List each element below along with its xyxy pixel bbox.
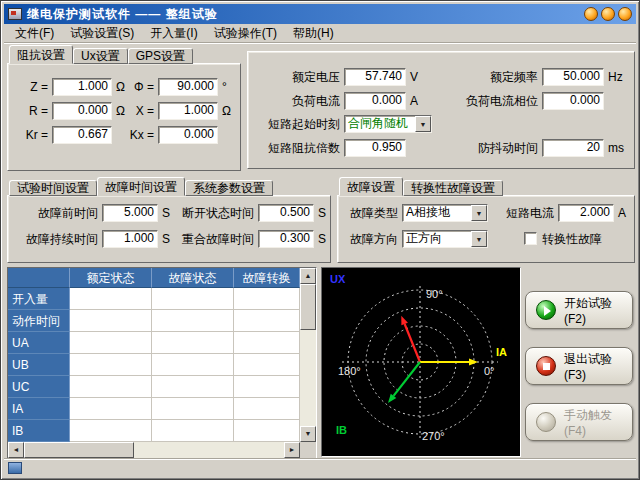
table-cell[interactable] xyxy=(234,420,300,442)
table-row: IB xyxy=(8,420,300,442)
menu-test-operation[interactable]: 试验操作(T) xyxy=(206,23,285,44)
load-current-field[interactable]: 0.000 xyxy=(344,92,406,110)
chevron-down-icon[interactable] xyxy=(471,231,487,247)
x-label: X = xyxy=(120,102,154,120)
menu-help[interactable]: 帮助(H) xyxy=(285,23,342,44)
reclose-fault-time-label: 重合故障时间 xyxy=(172,230,254,248)
window-title: 继电保护测试软件 —— 整组试验 xyxy=(27,6,218,23)
z-field[interactable]: 1.000 xyxy=(52,78,112,96)
table-cell[interactable] xyxy=(70,288,152,310)
polar-90-label: 90° xyxy=(426,288,443,300)
chevron-down-icon[interactable] xyxy=(471,205,487,221)
scroll-right-icon[interactable] xyxy=(284,442,300,458)
table-cell[interactable] xyxy=(70,354,152,376)
r-label: R = xyxy=(14,102,48,120)
x-field[interactable]: 1.000 xyxy=(158,102,218,120)
open-state-time-label: 断开状态时间 xyxy=(172,204,254,222)
fault-group: 故障类型 A相接地 短路电流 2.000 A 故障方向 正方向 转换性故障 xyxy=(337,195,635,263)
phasor-plot: UX 90° 180° 0° 270° IA IB xyxy=(321,267,521,457)
table-cell[interactable] xyxy=(70,398,152,420)
kr-label: Kr = xyxy=(14,126,48,144)
prefault-time-field[interactable]: 5.000 xyxy=(102,204,158,222)
debounce-time-field[interactable]: 20 xyxy=(542,139,604,157)
load-current-label: 负荷电流 xyxy=(252,92,340,110)
tab-gps-settings[interactable]: GPS设置 xyxy=(128,48,193,64)
short-circuit-current-field[interactable]: 2.000 xyxy=(558,204,614,222)
table-cell[interactable] xyxy=(234,398,300,420)
table-cell[interactable] xyxy=(70,310,152,332)
menu-file[interactable]: 文件(F) xyxy=(7,23,62,44)
fault-duration-field[interactable]: 1.000 xyxy=(102,230,158,248)
rated-frequency-field[interactable]: 50.000 xyxy=(542,68,604,86)
tab-convertible-fault-settings[interactable]: 转换性故障设置 xyxy=(403,180,503,196)
vertical-scrollbar[interactable] xyxy=(300,268,316,442)
short-circuit-start-combo[interactable]: 合闸角随机 xyxy=(344,115,432,133)
maximize-button[interactable] xyxy=(601,7,615,21)
tab-fault-settings[interactable]: 故障设置 xyxy=(339,177,403,196)
results-grid: 额定状态 故障状态 故障转换 开入量 动作时间 UA xyxy=(8,268,300,442)
convertible-fault-checkbox[interactable] xyxy=(524,232,537,245)
open-state-time-field[interactable]: 0.500 xyxy=(258,204,314,222)
tab-test-time-settings[interactable]: 试验时间设置 xyxy=(9,180,97,196)
horizontal-scroll-thumb[interactable] xyxy=(24,442,134,458)
row-header: IB xyxy=(8,420,70,442)
scrollbar-corner xyxy=(300,442,316,458)
table-cell[interactable] xyxy=(152,398,234,420)
menu-test-settings[interactable]: 试验设置(S) xyxy=(62,23,142,44)
table-cell[interactable] xyxy=(234,354,300,376)
fault-direction-combo[interactable]: 正方向 xyxy=(402,230,488,248)
horizontal-scrollbar[interactable] xyxy=(8,442,300,458)
kr-field[interactable]: 0.667 xyxy=(52,126,112,144)
table-cell[interactable] xyxy=(70,332,152,354)
r-field[interactable]: 0.000 xyxy=(52,102,112,120)
table-cell[interactable] xyxy=(152,310,234,332)
chevron-down-icon[interactable] xyxy=(415,116,431,132)
impedance-coefficient-field[interactable]: 0.950 xyxy=(344,139,406,157)
load-current-phase-field[interactable]: 0.000 xyxy=(542,92,604,110)
fault-type-combo[interactable]: A相接地 xyxy=(402,204,488,222)
fault-direction-value: 正方向 xyxy=(403,231,471,247)
table-cell[interactable] xyxy=(234,310,300,332)
table-cell[interactable] xyxy=(234,332,300,354)
tab-ux-settings[interactable]: Ux设置 xyxy=(73,48,128,64)
table-cell[interactable] xyxy=(70,420,152,442)
tab-system-parameter-settings[interactable]: 系统参数设置 xyxy=(185,180,273,196)
table-cell[interactable] xyxy=(234,288,300,310)
impedance-group: Z = 1.000 Ω Φ = 90.000 ° R = 0.000 Ω X =… xyxy=(7,63,241,171)
tab-impedance-settings[interactable]: 阻抗设置 xyxy=(9,45,73,64)
table-row: UA xyxy=(8,332,300,354)
phi-field[interactable]: 90.000 xyxy=(158,78,218,96)
time-tab-strip: 试验时间设置 故障时间设置 系统参数设置 xyxy=(9,177,273,196)
table-cell[interactable] xyxy=(234,376,300,398)
scroll-up-icon[interactable] xyxy=(300,268,316,284)
vertical-scroll-thumb[interactable] xyxy=(300,284,316,330)
start-test-button[interactable]: 开始试验(F2) xyxy=(525,291,633,329)
manual-trigger-icon xyxy=(536,412,556,432)
row-header: 动作时间 xyxy=(8,310,70,332)
load-current-phase-label: 负荷电流相位 xyxy=(426,92,538,110)
table-cell[interactable] xyxy=(70,376,152,398)
app-icon xyxy=(8,8,22,20)
table-cell[interactable] xyxy=(152,376,234,398)
impedance-tab-strip: 阻抗设置 Ux设置 GPS设置 xyxy=(9,45,193,64)
debounce-time-unit: ms xyxy=(608,139,624,157)
reclose-fault-time-field[interactable]: 0.300 xyxy=(258,230,314,248)
table-cell[interactable] xyxy=(152,288,234,310)
menu-digital-input[interactable]: 开入量(I) xyxy=(142,23,205,44)
close-button[interactable] xyxy=(618,7,632,21)
fault-duration-unit: S xyxy=(162,230,170,248)
table-cell[interactable] xyxy=(152,332,234,354)
window-controls xyxy=(584,7,632,21)
minimize-button[interactable] xyxy=(584,7,598,21)
table-cell[interactable] xyxy=(152,354,234,376)
header-corner-cell xyxy=(8,268,70,288)
scroll-down-icon[interactable] xyxy=(300,426,316,442)
scroll-left-icon[interactable] xyxy=(8,442,24,458)
fault-type-value: A相接地 xyxy=(403,205,471,221)
exit-test-button[interactable]: 退出试验(F3) xyxy=(525,347,633,385)
kx-field[interactable]: 0.000 xyxy=(158,126,218,144)
tab-fault-time-settings[interactable]: 故障时间设置 xyxy=(97,177,185,196)
table-cell[interactable] xyxy=(152,420,234,442)
rated-voltage-field[interactable]: 57.740 xyxy=(344,68,406,86)
convertible-fault-checkbox-label: 转换性故障 xyxy=(542,230,602,248)
